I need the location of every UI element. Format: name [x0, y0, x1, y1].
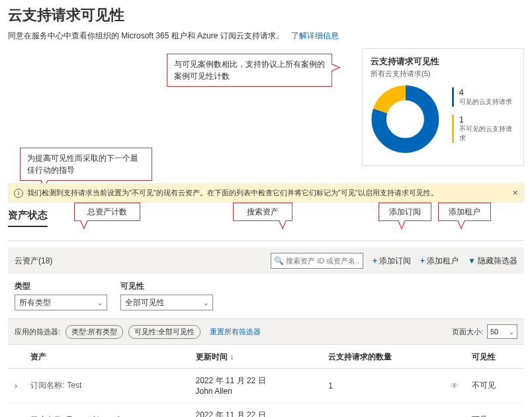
select-value: 所有类型: [19, 297, 51, 308]
applied-filters-bar: 应用的筛选器: 类型:所有类型 可见性:全部可见性 重置所有筛选器 页面大小: …: [8, 318, 524, 345]
chevron-down-icon: ⌄: [203, 299, 208, 306]
updated-date: 2022 年 11 月 22 日: [196, 375, 316, 387]
page-subtitle: 同意在服务中心中查看你组织的 Microsoft 365 租户和 Azure 订…: [8, 30, 524, 42]
legend-value: 4: [459, 87, 512, 97]
search-input-wrapper[interactable]: 🔍: [271, 253, 363, 269]
legend-label: 不可见的云支持请求: [459, 124, 515, 143]
callout-search-assets: 搜索资产: [233, 203, 292, 221]
select-value: 50: [490, 328, 498, 336]
add-subscription-button[interactable]: + 添加订阅: [373, 255, 411, 267]
filter-icon: ▼: [468, 256, 476, 265]
callout-tail-icon: [80, 220, 88, 230]
page-title: 云支持请求可见性: [8, 5, 524, 25]
legend-item: 4 可见的云支持请求: [452, 87, 515, 107]
plus-icon: +: [373, 256, 377, 265]
filter-type-select[interactable]: 所有类型 ⌄: [15, 295, 107, 310]
chart-legend: 4 可见的云支持请求 1 不可见的云支持请求: [452, 87, 515, 151]
filter-visibility-label: 可见性: [120, 281, 213, 292]
legend-color-icon: [452, 115, 454, 143]
assets-table: 资产 更新时间↓ 云支持请求的数量 可见性 ›订阅名称:Test2022 年 1…: [8, 345, 524, 417]
page-size-select[interactable]: 50 ⌄: [487, 324, 517, 339]
callout-text: 添加订阅: [389, 207, 421, 216]
filter-chip-visibility[interactable]: 可见性:全部可见性: [128, 325, 200, 339]
callout-text: 为提高可见性而采取的下一个最佳行动的指导: [27, 154, 138, 175]
visibility-card: 云支持请求可见性 所有云支持请求(5) 4 可见的云支持请求: [362, 48, 524, 166]
button-label: 添加订阅: [379, 255, 411, 267]
visibility-value: 不可见: [465, 369, 524, 403]
filter-visibility-select[interactable]: 全部可见性 ⌄: [120, 295, 213, 310]
donut-chart-icon: [371, 83, 440, 156]
col-label: 更新时间: [196, 352, 228, 361]
callout-tail-icon: [457, 220, 465, 230]
callout-tail-icon: [398, 220, 406, 230]
applied-label: 应用的筛选器:: [15, 327, 60, 337]
legend-label: 可见的云支持请求: [459, 97, 512, 107]
select-value: 全部可见性: [125, 297, 165, 308]
callout-add-subscription: 添加订阅: [378, 203, 431, 221]
add-tenant-button[interactable]: + 添加租户: [420, 255, 459, 267]
updated-date: 2022 年 11 月 22 日: [196, 410, 316, 417]
plus-icon: +: [420, 256, 425, 265]
info-banner: i 我们检测到支持请求当前设置为"不可见"的现有云资产。在下面的列表中检查它们并…: [8, 183, 524, 203]
legend-item: 1 不可见的云支持请求: [452, 115, 515, 143]
request-count: 1: [322, 369, 444, 403]
search-input[interactable]: [286, 257, 360, 265]
assets-toolbar: 云资产(18) 🔍 + 添加订阅 + 添加租户 ▼ 隐藏筛选器: [8, 248, 524, 274]
callout-add-tenant: 添加租户: [438, 203, 491, 221]
chevron-right-icon: ›: [15, 381, 17, 391]
callout-tail-icon: [332, 64, 341, 71]
sort-down-icon: ↓: [230, 352, 234, 361]
callout-text: 总资产计数: [87, 207, 127, 216]
callout-text: 添加租户: [449, 207, 480, 216]
asset-type-label: 订阅名称:: [30, 381, 64, 390]
search-icon: 🔍: [274, 256, 284, 265]
close-icon[interactable]: ✕: [512, 189, 518, 197]
reset-filters-link[interactable]: 重置所有筛选器: [210, 327, 261, 337]
asset-name: Test: [67, 381, 81, 390]
chevron-down-icon: ⌄: [509, 328, 514, 336]
callout-next-action: 为提高可见性而采取的下一个最佳行动的指导: [20, 148, 152, 181]
col-asset[interactable]: 资产: [24, 345, 189, 369]
page-size-label: 页面大小:: [452, 327, 483, 337]
updated-by: John Allen: [196, 387, 316, 396]
callout-total-assets: 总资产计数: [74, 203, 140, 221]
section-title: 资产状态: [8, 209, 48, 227]
callout-visibility-count: 与可见案例数相比，支持协议上所有案例的案例可见性计数: [167, 54, 332, 87]
table-row[interactable]: ›订阅名称:Test2022 年 11 月 22 日John Allen1👁不可…: [8, 369, 524, 403]
table-row[interactable]: ›租户名称:Tenant Name 12022 年 11 月 22 日John …: [8, 403, 524, 418]
banner-text: 我们检测到支持请求当前设置为"不可见"的现有云资产。在下面的列表中检查它们并将它…: [27, 188, 438, 198]
col-visibility[interactable]: 可见性: [465, 345, 524, 369]
learn-more-link[interactable]: 了解详细信息: [291, 31, 339, 40]
filter-chip-type[interactable]: 类型:所有类型: [66, 325, 123, 339]
subtitle-text: 同意在服务中心中查看你组织的 Microsoft 365 租户和 Azure 订…: [8, 31, 284, 40]
button-label: 添加租户: [427, 255, 459, 267]
legend-value: 1: [459, 115, 515, 124]
card-title: 云支持请求可见性: [371, 56, 515, 68]
assets-count-label: 云资产(18): [15, 255, 52, 267]
eye-off-icon[interactable]: 👁: [451, 381, 459, 391]
chevron-down-icon: ⌄: [97, 299, 103, 306]
button-label: 隐藏筛选器: [478, 255, 517, 267]
request-count: 1: [322, 403, 444, 418]
filter-row: 类型 所有类型 ⌄ 可见性 全部可见性 ⌄: [8, 274, 524, 318]
visibility-value: 可见: [465, 403, 524, 418]
col-updated[interactable]: 更新时间↓: [189, 345, 322, 369]
hide-filters-button[interactable]: ▼ 隐藏筛选器: [468, 255, 517, 267]
info-icon: i: [14, 189, 23, 198]
callout-text: 与可见案例数相比，支持协议上所有案例的案例可见性计数: [174, 60, 325, 81]
card-subtitle: 所有云支持请求(5): [371, 69, 515, 79]
callout-tail-icon: [279, 220, 287, 230]
callout-text: 搜索资产: [247, 207, 279, 216]
col-count[interactable]: 云支持请求的数量: [322, 345, 444, 369]
legend-color-icon: [452, 87, 454, 107]
filter-type-label: 类型: [15, 281, 107, 292]
